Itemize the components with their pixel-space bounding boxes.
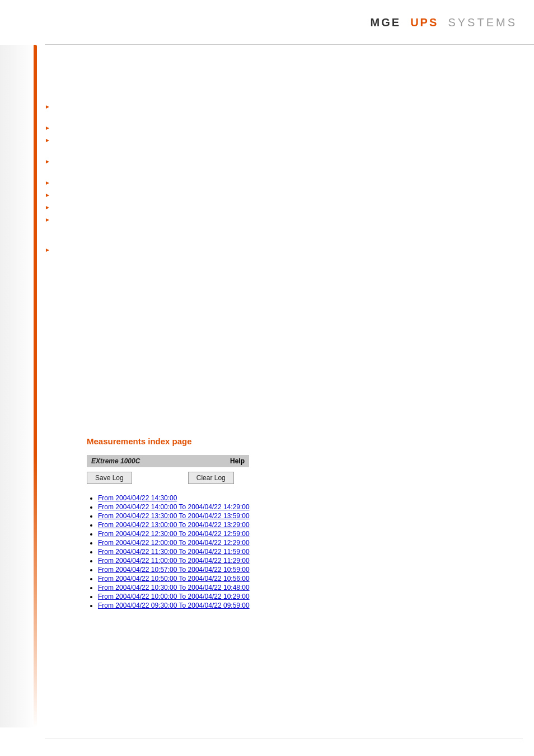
logo-systems: SYSTEMS xyxy=(448,16,517,29)
log-list-item: From 2004/04/22 11:00:00 To 2004/04/22 1… xyxy=(98,557,512,565)
log-entry-link[interactable]: From 2004/04/22 13:30:00 To 2004/04/22 1… xyxy=(98,512,250,520)
logo-ups: UPS xyxy=(410,16,438,29)
nav-arrow-2: ► xyxy=(45,125,50,131)
save-log-button[interactable]: Save Log xyxy=(87,472,132,484)
log-entry-link[interactable]: From 2004/04/22 10:50:00 To 2004/04/22 1… xyxy=(98,575,250,583)
nav-item-8[interactable]: ► xyxy=(45,217,134,223)
logo-mge: MGE xyxy=(370,16,401,29)
nav-arrow-8: ► xyxy=(45,217,50,223)
main-content: Measurements index page EXtreme 1000C He… xyxy=(87,436,512,611)
logo: MGE UPS SYSTEMS xyxy=(370,16,517,29)
nav-arrow-5: ► xyxy=(45,180,50,186)
log-list-item: From 2004/04/22 11:30:00 To 2004/04/22 1… xyxy=(98,548,512,556)
log-list-item: From 2004/04/22 12:00:00 To 2004/04/22 1… xyxy=(98,539,512,547)
nav-item-2[interactable]: ► xyxy=(45,125,134,131)
log-list-item: From 2004/04/22 13:00:00 To 2004/04/22 1… xyxy=(98,521,512,529)
log-entry-link[interactable]: From 2004/04/22 12:00:00 To 2004/04/22 1… xyxy=(98,539,250,547)
sidebar-curve xyxy=(0,45,36,727)
nav-item-5[interactable]: ► xyxy=(45,180,134,186)
log-entry-link[interactable]: From 2004/04/22 10:00:00 To 2004/04/22 1… xyxy=(98,593,250,600)
help-link[interactable]: Help xyxy=(230,457,245,465)
log-entry-link[interactable]: From 2004/04/22 11:30:00 To 2004/04/22 1… xyxy=(98,548,250,556)
nav-arrow-1: ► xyxy=(45,104,50,110)
log-list-item: From 2004/04/22 10:30:00 To 2004/04/22 1… xyxy=(98,584,512,591)
log-list-item: From 2004/04/22 10:57:00 To 2004/04/22 1… xyxy=(98,566,512,574)
log-entry-link[interactable]: From 2004/04/22 14:00:00 To 2004/04/22 1… xyxy=(98,503,250,511)
log-list-item: From 2004/04/22 12:30:00 To 2004/04/22 1… xyxy=(98,530,512,538)
nav-item-6[interactable]: ► xyxy=(45,192,134,198)
log-entry-link[interactable]: From 2004/04/22 13:00:00 To 2004/04/22 1… xyxy=(98,521,250,529)
header-line xyxy=(45,44,534,45)
button-row: Save Log Clear Log xyxy=(87,472,512,484)
clear-log-button[interactable]: Clear Log xyxy=(188,472,234,484)
footer-line xyxy=(45,739,523,739)
nav-arrow-3: ► xyxy=(45,138,50,143)
nav-item-3[interactable]: ► xyxy=(45,138,134,143)
log-list-item: From 2004/04/22 09:30:00 To 2004/04/22 0… xyxy=(98,602,512,609)
log-entry-link[interactable]: From 2004/04/22 09:30:00 To 2004/04/22 0… xyxy=(98,602,250,609)
log-list-item: From 2004/04/22 10:00:00 To 2004/04/22 1… xyxy=(98,593,512,600)
nav-arrow-9: ► xyxy=(45,247,50,253)
log-list-item: From 2004/04/22 10:50:00 To 2004/04/22 1… xyxy=(98,575,512,583)
log-list-item: From 2004/04/22 13:30:00 To 2004/04/22 1… xyxy=(98,512,512,520)
log-list: From 2004/04/22 14:30:00From 2004/04/22 … xyxy=(87,494,512,609)
nav-arrow-6: ► xyxy=(45,192,50,198)
nav-item-1[interactable]: ► xyxy=(45,104,134,110)
nav-area: ► ► ► ► ► ► ► ► ► xyxy=(45,50,134,260)
nav-item-7[interactable]: ► xyxy=(45,205,134,210)
sidebar-bar xyxy=(34,45,37,727)
log-entry-link[interactable]: From 2004/04/22 10:30:00 To 2004/04/22 1… xyxy=(98,584,250,591)
nav-arrow-7: ► xyxy=(45,205,50,210)
log-entry-link[interactable]: From 2004/04/22 11:00:00 To 2004/04/22 1… xyxy=(98,557,250,565)
device-name: EXtreme 1000C xyxy=(91,457,140,465)
log-entry-link[interactable]: From 2004/04/22 12:30:00 To 2004/04/22 1… xyxy=(98,530,250,538)
nav-item-4[interactable]: ► xyxy=(45,159,134,165)
header: MGE UPS SYSTEMS xyxy=(0,0,534,45)
log-list-item: From 2004/04/22 14:30:00 xyxy=(98,494,512,502)
log-entry-link[interactable]: From 2004/04/22 14:30:00 xyxy=(98,494,177,502)
log-entry-link[interactable]: From 2004/04/22 10:57:00 To 2004/04/22 1… xyxy=(98,566,250,574)
log-list-item: From 2004/04/22 14:00:00 To 2004/04/22 1… xyxy=(98,503,512,511)
device-bar: EXtreme 1000C Help xyxy=(87,455,249,467)
nav-item-9[interactable]: ► xyxy=(45,247,134,253)
page-title: Measurements index page xyxy=(87,436,512,446)
nav-arrow-4: ► xyxy=(45,159,50,165)
